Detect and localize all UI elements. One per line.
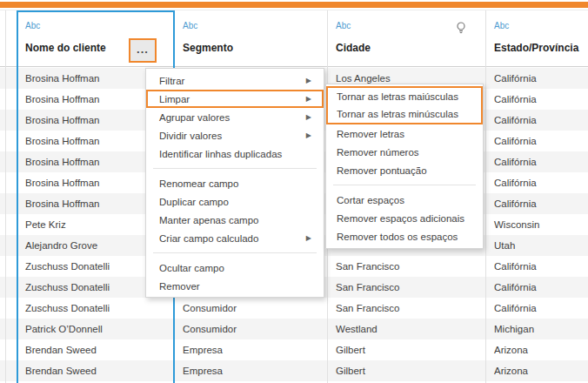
- column-title: Cidade: [336, 42, 371, 54]
- menu-item-label: Remover espaços adicionais: [337, 213, 464, 224]
- column-header-cidade[interactable]: Abc Cidade: [327, 10, 485, 66]
- menu-item-label: Cortar espaços: [337, 195, 404, 205]
- submenu-arrow-icon: ▶: [306, 77, 315, 84]
- menu-item-remover[interactable]: Remover: [146, 277, 324, 295]
- menu-item-ocultar-campo[interactable]: Ocultar campo: [146, 259, 324, 277]
- menu-item-label: Duplicar campo: [159, 197, 229, 207]
- menu-item-filtrar[interactable]: Filtrar ▶: [146, 71, 324, 90]
- table-cell[interactable]: Califórnia: [485, 131, 588, 151]
- table-cell[interactable]: Empresa: [174, 339, 327, 360]
- grid-header: Abc Nome do cliente ... Abc Segmento Abc…: [0, 10, 588, 67]
- column-estado-provincia: Califórnia Califórnia Califórnia Califór…: [485, 68, 588, 381]
- menu-item-label: Identificar linhas duplicadas: [159, 149, 282, 159]
- field-type-label: Abc: [494, 21, 509, 30]
- table-cell[interactable]: Califórnia: [485, 277, 588, 298]
- menu-item-agrupar-valores[interactable]: Agrupar valores ▶: [146, 108, 324, 126]
- table-cell[interactable]: Califórnia: [485, 68, 588, 89]
- menu-separator: [333, 185, 476, 185]
- menu-item-identificar-linhas-duplicadas[interactable]: Identificar linhas duplicadas: [146, 144, 324, 163]
- table-cell[interactable]: Califórnia: [485, 89, 588, 110]
- submenu-item-remover-todos-os-espacos[interactable]: Remover todos os espaços: [326, 227, 483, 245]
- table-cell[interactable]: Patrick O’Donnell: [17, 319, 174, 339]
- menu-item-manter-apenas-campo[interactable]: Manter apenas campo: [146, 211, 324, 229]
- table-cell[interactable]: Wisconsin: [485, 214, 588, 235]
- column-title: Estado/Província: [494, 42, 578, 54]
- submenu-arrow-icon: ▶: [306, 95, 315, 103]
- top-accent-bar: [0, 2, 588, 8]
- menu-item-label: Manter apenas campo: [159, 215, 258, 225]
- submenu-arrow-icon: ▶: [306, 131, 315, 139]
- submenu-item-remover-numeros[interactable]: Remover números: [326, 143, 483, 161]
- column-title: Segmento: [183, 42, 233, 54]
- table-cell[interactable]: Califórnia: [485, 193, 588, 214]
- table-cell[interactable]: Gilbert: [327, 339, 485, 360]
- table-cell[interactable]: Brendan Sweed: [17, 360, 174, 381]
- header-divider: [5, 10, 6, 68]
- table-cell[interactable]: San Francisco: [327, 256, 485, 277]
- data-grid-pane: Brosina Hoffman Brosina Hoffman Brosina …: [0, 0, 588, 383]
- menu-item-label: Tornar as letras minúsculas: [337, 109, 458, 119]
- table-cell[interactable]: Brendan Sweed: [17, 339, 174, 360]
- menu-item-label: Tornar as letras maiúsculas: [337, 91, 458, 102]
- menu-item-label: Dividir valores: [159, 131, 222, 141]
- table-cell[interactable]: Michigan: [485, 319, 588, 339]
- submenu-item-remover-letras[interactable]: Remover letras: [326, 124, 483, 143]
- submenu-item-remover-espacos-adicionais[interactable]: Remover espaços adicionais: [326, 209, 483, 227]
- limpar-submenu: Tornar as letras maiúsculas Tornar as le…: [325, 84, 484, 249]
- submenu-item-tornar-maiusculas[interactable]: Tornar as letras maiúsculas: [328, 88, 481, 105]
- menu-item-label: Criar campo calculado: [159, 233, 258, 244]
- menu-separator: [153, 168, 317, 169]
- column-header-segmento[interactable]: Abc Segmento: [174, 10, 327, 66]
- submenu-item-tornar-minusculas[interactable]: Tornar as letras minúsculas: [328, 105, 481, 123]
- submenu-arrow-icon: ▶: [306, 113, 315, 121]
- table-cell[interactable]: Consumidor: [174, 319, 327, 339]
- table-cell[interactable]: Utah: [485, 235, 588, 256]
- menu-item-criar-campo-calculado[interactable]: Criar campo calculado ▶: [146, 229, 324, 247]
- menu-separator: [153, 252, 317, 253]
- submenu-item-cortar-espacos[interactable]: Cortar espaços: [326, 191, 483, 209]
- table-cell[interactable]: San Francisco: [327, 298, 485, 319]
- table-cell[interactable]: Consumidor: [174, 298, 327, 319]
- table-cell[interactable]: Westland: [327, 319, 485, 339]
- menu-item-label: Renomear campo: [159, 178, 238, 189]
- highlighted-submenu-group: Tornar as letras maiúsculas Tornar as le…: [326, 86, 483, 124]
- menu-item-label: Limpar: [159, 94, 190, 104]
- recommendation-lightbulb-icon[interactable]: [456, 21, 466, 35]
- menu-item-label: Remover todos os espaços: [337, 232, 458, 242]
- field-type-label: Abc: [25, 21, 40, 30]
- menu-item-label: Agrupar valores: [159, 112, 230, 123]
- menu-item-label: Ocultar campo: [159, 263, 224, 273]
- table-cell[interactable]: Arizona: [485, 360, 588, 381]
- menu-item-label: Remover números: [337, 147, 419, 158]
- table-cell[interactable]: Empresa: [174, 360, 327, 381]
- table-cell[interactable]: San Francisco: [327, 277, 485, 298]
- more-options-icon[interactable]: ...: [129, 38, 157, 63]
- menu-item-renomear-campo[interactable]: Renomear campo: [146, 174, 324, 192]
- table-cell[interactable]: Arizona: [485, 339, 588, 360]
- column-header-nome-do-cliente[interactable]: Abc Nome do cliente ...: [17, 10, 174, 66]
- menu-item-dividir-valores[interactable]: Dividir valores ▶: [146, 126, 324, 144]
- submenu-item-remover-pontuacao[interactable]: Remover pontuação: [326, 161, 483, 179]
- column-title: Nome do cliente: [25, 42, 106, 54]
- table-cell[interactable]: Califórnia: [485, 151, 588, 172]
- table-cell[interactable]: Califórnia: [485, 110, 588, 131]
- table-cell[interactable]: Gilbert: [327, 360, 485, 381]
- field-type-label: Abc: [336, 21, 351, 30]
- menu-item-label: Remover: [159, 281, 200, 292]
- menu-item-duplicar-campo[interactable]: Duplicar campo: [146, 192, 324, 211]
- field-type-label: Abc: [183, 21, 197, 30]
- table-cell[interactable]: Zuschuss Donatelli: [17, 298, 174, 319]
- menu-item-label: Remover letras: [337, 129, 404, 139]
- menu-item-label: Filtrar: [159, 76, 184, 86]
- field-context-menu: Filtrar ▶ Limpar ▶ Agrupar valores ▶ Div…: [145, 68, 324, 298]
- table-cell[interactable]: Califórnia: [485, 172, 588, 193]
- column-header-estado-provincia[interactable]: Abc Estado/Província: [485, 10, 588, 66]
- table-cell[interactable]: Califórnia: [485, 298, 588, 319]
- submenu-arrow-icon: ▶: [306, 234, 315, 242]
- table-cell[interactable]: Califórnia: [485, 256, 588, 277]
- menu-item-label: Remover pontuação: [337, 165, 427, 176]
- menu-item-limpar[interactable]: Limpar ▶: [146, 90, 324, 108]
